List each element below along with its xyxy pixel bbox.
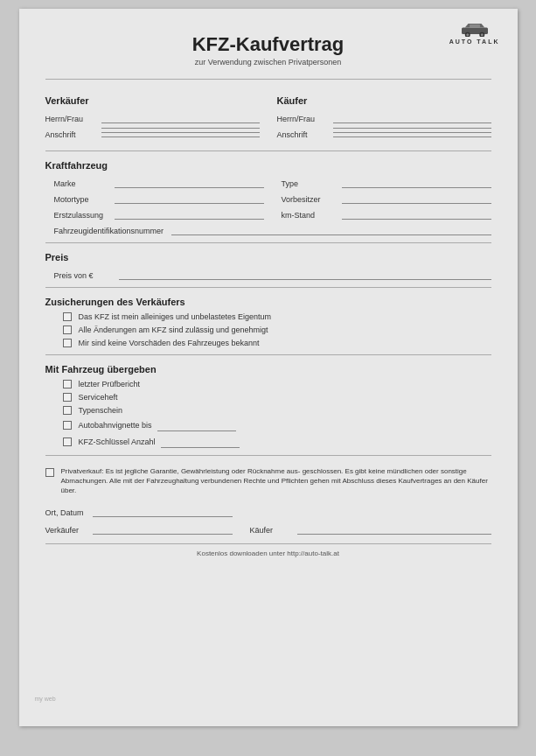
- zusicherung-item-2: Mir sind keine Vorschäden des Fahrzeuges…: [63, 339, 491, 347]
- kaeufer-anschrift-label: Anschrift: [277, 130, 330, 139]
- kaeufer-herr-field[interactable]: [333, 111, 491, 123]
- logo-text: AUTO TALK: [449, 38, 500, 45]
- kraftfahrzeug-section: Kraftfahrzeug Marke Motortype Erstzulass…: [45, 160, 491, 235]
- checkbox-2[interactable]: [63, 339, 72, 347]
- mf-label-1: Serviceheft: [79, 393, 118, 402]
- mf-item-4: KFZ-Schlüssel Anzahl: [63, 436, 491, 448]
- km-stand-label: km-Stand: [282, 211, 338, 220]
- zusicherung-label-1: Alle Änderungen am KFZ sind zulässig und…: [79, 326, 268, 334]
- verkaufer-anschrift-row: Anschrift: [45, 128, 260, 139]
- fahrzeugident-row: Fahrzeugidentifikationsnummer: [54, 223, 491, 235]
- verkaufer-herr-row: Herrn/Frau: [45, 111, 260, 123]
- divider-6: [45, 455, 491, 456]
- privatverkauf-section: Privatverkauf: Es ist jegliche Garantie,…: [45, 466, 491, 496]
- zusicherung-item-1: Alle Änderungen am KFZ sind zulässig und…: [63, 326, 491, 334]
- type-field[interactable]: [342, 176, 491, 188]
- verkaufer-anschrift-label: Anschrift: [45, 130, 98, 139]
- mf-label-0: letzter Prüfbericht: [79, 380, 141, 388]
- kaeufer-sig-field[interactable]: [297, 522, 491, 535]
- kaeufer-anschrift-line2[interactable]: [333, 132, 491, 133]
- ort-datum-row: Ort, Datum: [45, 505, 491, 517]
- ort-datum-label: Ort, Datum: [45, 508, 89, 517]
- fahrzeugident-field[interactable]: [171, 223, 491, 235]
- svg-point-5: [480, 33, 483, 36]
- mf-item-0: letzter Prüfbericht: [63, 380, 491, 388]
- zusicherung-label-0: Das KFZ ist mein alleiniges und unbelast…: [79, 312, 272, 321]
- vorbesitzer-row: Vorbesitzer: [282, 192, 491, 204]
- vorbesitzer-label: Vorbesitzer: [282, 195, 338, 204]
- motortype-row: Motortype: [54, 192, 264, 204]
- type-label: Type: [282, 179, 338, 188]
- divider-3: [45, 242, 491, 243]
- svg-rect-6: [470, 24, 480, 28]
- kaeufer-sig-label: Käufer: [250, 526, 294, 535]
- preis-row: Preis von €: [54, 268, 491, 280]
- document-page: AUTO TALK KFZ-Kaufvertrag zur Verwendung…: [19, 9, 518, 726]
- verkaeufer-sig-field[interactable]: [93, 522, 233, 535]
- verkaufer-herr-label: Herrn/Frau: [45, 115, 98, 123]
- mf-checkbox-1[interactable]: [63, 393, 72, 402]
- erstzulassung-field[interactable]: [115, 207, 264, 220]
- divider-5: [45, 354, 491, 355]
- motortype-label: Motortype: [54, 195, 111, 204]
- mf-label-2: Typenschein: [79, 406, 123, 415]
- zusicherungen-section: Zusicherungen des Verkäufers Das KFZ ist…: [45, 297, 491, 347]
- kaeufer-anschrift-line1[interactable]: [333, 128, 491, 129]
- verkaufer-title: Verkäufer: [45, 95, 260, 106]
- mf-checkbox-0[interactable]: [63, 380, 72, 388]
- kaeufer-anschrift-field: [333, 128, 491, 139]
- marke-label: Marke: [54, 179, 111, 188]
- kfz-left: Marke Motortype Erstzulassung: [54, 176, 264, 223]
- mf-checkbox-3[interactable]: [63, 421, 72, 430]
- car-icon: [458, 21, 491, 37]
- kraftfahrzeug-title: Kraftfahrzeug: [45, 160, 491, 171]
- km-stand-row: km-Stand: [282, 207, 491, 220]
- logo-area: AUTO TALK: [449, 21, 500, 45]
- svg-point-4: [466, 33, 469, 36]
- zusicherung-label-2: Mir sind keine Vorschäden des Fahrzeuges…: [79, 339, 260, 347]
- document-subtitle: zur Verwendung zwischen Privatpersonen: [45, 58, 491, 66]
- privatverkauf-checkbox[interactable]: [45, 468, 54, 477]
- mf-item-1: Serviceheft: [63, 393, 491, 402]
- top-divider: [45, 79, 491, 80]
- type-row: Type: [282, 176, 491, 188]
- preis-von-label: Preis von €: [54, 271, 115, 280]
- marke-field[interactable]: [115, 176, 264, 188]
- checkbox-0[interactable]: [63, 312, 72, 321]
- verkaufer-herr-field[interactable]: [101, 111, 260, 123]
- footer: Kostenlos downloaden unter http://auto-t…: [45, 543, 491, 557]
- mitfahrzeug-title: Mit Fahrzeug übergeben: [45, 364, 491, 374]
- verkaufer-anschrift-line2[interactable]: [101, 132, 260, 133]
- mf-checkbox-4[interactable]: [63, 438, 72, 446]
- verkaeufer-sig-label: Verkäufer: [45, 526, 89, 535]
- mf-field-4[interactable]: [161, 436, 240, 448]
- kfz-grid: Marke Motortype Erstzulassung Type: [54, 176, 491, 223]
- kaeufer-title: Käufer: [277, 95, 491, 106]
- motortype-field[interactable]: [115, 192, 264, 204]
- signature-section: Ort, Datum Verkäufer Käufer: [45, 505, 491, 535]
- ort-datum-field[interactable]: [93, 505, 233, 517]
- document-title: KFZ-Kaufvertrag: [45, 33, 491, 56]
- verkaufer-anschrift-line1[interactable]: [101, 128, 260, 129]
- mf-item-2: Typenschein: [63, 406, 491, 415]
- kfz-right: Type Vorbesitzer km-Stand: [282, 176, 491, 223]
- km-stand-field[interactable]: [342, 207, 491, 220]
- privatverkauf-text: Privatverkauf: Es ist jegliche Garantie,…: [61, 466, 491, 496]
- mf-label-3: Autobahnvignette bis: [79, 421, 152, 430]
- mf-checkbox-2[interactable]: [63, 406, 72, 415]
- preis-field[interactable]: [119, 268, 491, 280]
- kaeufer-herr-row: Herrn/Frau: [277, 111, 491, 123]
- mf-item-3: Autobahnvignette bis: [63, 419, 491, 431]
- vorbesitzer-field[interactable]: [342, 192, 491, 204]
- kaeufer-col: Käufer Herrn/Frau Anschrift: [277, 87, 491, 144]
- mitfahrzeug-section: Mit Fahrzeug übergeben letzter Prüfberic…: [45, 364, 491, 448]
- watermark: my web: [35, 696, 56, 702]
- zusicherungen-list: Das KFZ ist mein alleiniges und unbelast…: [63, 312, 491, 347]
- verkaufer-anschrift-line3[interactable]: [101, 136, 260, 137]
- parties-section: Verkäufer Herrn/Frau Anschrift Käufer He…: [45, 87, 491, 144]
- mf-field-3[interactable]: [157, 419, 236, 431]
- kaeufer-anschrift-line3[interactable]: [333, 136, 491, 137]
- preis-section: Preis Preis von €: [45, 252, 491, 280]
- zusicherung-item-0: Das KFZ ist mein alleiniges und unbelast…: [63, 312, 491, 321]
- checkbox-1[interactable]: [63, 326, 72, 334]
